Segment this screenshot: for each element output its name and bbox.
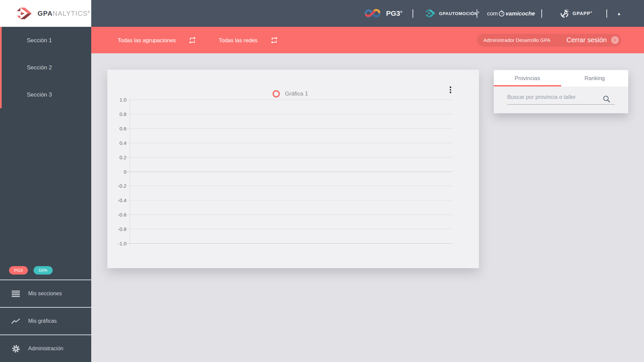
sidebar-item-seccion-2[interactable]: Sección 2	[2, 54, 91, 81]
search-input[interactable]	[507, 90, 615, 105]
badges-row: PG3 GPA	[0, 261, 91, 280]
header-collapse-control[interactable]: ▲	[617, 11, 621, 16]
sidebar-item-seccion-1[interactable]: Sección 1	[2, 27, 91, 54]
gridline	[126, 243, 453, 244]
chevron-up-icon[interactable]: ▲	[617, 11, 621, 16]
registered-mark: ®	[88, 10, 90, 14]
pg3-logo-text: PG3®	[386, 9, 402, 17]
kebab-menu-icon[interactable]	[448, 85, 453, 95]
sidebar-item-label: Sección 1	[27, 37, 52, 44]
gpapp-logo-text: GPAPP®	[573, 11, 592, 16]
kebab-dot	[450, 89, 451, 91]
gridline	[126, 229, 453, 229]
sidebar: GPANALYTICS® Sección 1 Sección 2 Sección…	[0, 0, 91, 362]
sidebar-item-mis-secciones[interactable]: Mis secciones	[0, 280, 91, 307]
gpautomocion-logo: GPAUTOMOCIÓN®	[425, 9, 480, 18]
gridline	[126, 128, 453, 129]
y-tick-label: 0.6	[119, 125, 126, 131]
panel-body	[494, 86, 628, 113]
filter-bar: Todas las agrupaciones Todas las redes A…	[91, 27, 644, 53]
gear-icon	[11, 345, 20, 353]
header-divider	[413, 9, 413, 18]
user-name: Administrador Desarrollo GPA	[483, 37, 550, 43]
chart-plot: 1.00.80.60.40.20-0.2-0.4-0.6-0.8-1.0	[130, 100, 453, 243]
gpautomocion-logo-text: GPAUTOMOCIÓN®	[439, 11, 480, 16]
header-divider	[606, 9, 607, 18]
comvamicoche-text-left: com	[487, 10, 498, 17]
pg3-badge[interactable]: PG3	[9, 266, 28, 275]
gridline	[126, 100, 453, 100]
sidebar-item-label: Administración	[28, 346, 63, 352]
chart-legend[interactable]: Gráfica 1	[273, 90, 308, 98]
y-tick-label: -0.6	[118, 212, 126, 218]
tab-provincias[interactable]: Provincias	[494, 70, 561, 86]
gridline	[126, 114, 453, 114]
user-session-pill: Administrador Desarrollo GPA Cerrar sesi…	[477, 34, 622, 47]
gridline	[126, 186, 453, 186]
comvamicoche-logo: com vamicoche	[487, 10, 535, 17]
sidebar-sections: Sección 1 Sección 2 Sección 3	[0, 27, 91, 108]
filter-agrupaciones[interactable]: Todas las agrupaciones	[118, 36, 197, 44]
kebab-dot	[450, 92, 451, 93]
tab-ranking[interactable]: Ranking	[561, 70, 629, 86]
gpapp-logo: GPAPP®	[560, 9, 592, 18]
app-logo: GPANALYTICS®	[0, 0, 91, 27]
y-tick-label: 0.8	[119, 111, 126, 117]
registered-mark: ®	[478, 11, 480, 13]
sidebar-item-label: Mis secciones	[28, 291, 62, 297]
y-tick-label: 0.2	[119, 154, 126, 160]
gpapp-wrench-icon	[560, 9, 570, 18]
panel-tabs: Provincias Ranking	[494, 70, 628, 86]
app-logo-text: GPANALYTICS®	[38, 10, 90, 17]
y-tick-label: -0.8	[118, 226, 126, 232]
logo-text-bold: GPA	[38, 10, 53, 17]
comvamicoche-text-right: vamicoche	[505, 10, 535, 17]
filter-label: Todas las agrupaciones	[118, 37, 176, 43]
y-tick-label: -0.2	[118, 183, 126, 189]
y-tick-label: 0	[124, 169, 126, 174]
gpautomocion-arrow-icon	[425, 9, 436, 18]
y-tick-label: 1.0	[119, 97, 126, 103]
registered-mark: ®	[400, 10, 402, 14]
stopwatch-icon	[498, 10, 505, 17]
gpanalytics-arrow-icon	[15, 6, 33, 21]
sidebar-item-label: Mis gráficas	[28, 318, 57, 324]
sidebar-item-seccion-3[interactable]: Sección 3	[2, 81, 91, 108]
logout-close-icon[interactable]: ×	[611, 36, 619, 44]
gridline	[126, 157, 453, 158]
repeat-icon	[188, 36, 197, 44]
search-icon[interactable]	[603, 95, 610, 104]
sidebar-item-mis-graficas[interactable]: Mis gráficas	[0, 307, 91, 335]
filter-redes[interactable]: Todas las redes	[219, 36, 278, 44]
filter-label: Todas las redes	[219, 37, 258, 43]
legend-label: Gráfica 1	[285, 90, 308, 97]
tab-label: Ranking	[584, 75, 605, 81]
logo-text-light: NALYTICS	[53, 10, 88, 17]
sidebar-bottom: PG3 GPA Mis secciones Mis gráficas	[0, 261, 91, 362]
gridline	[126, 215, 453, 215]
chart-card: Gráfica 1 1.00.80.60.40.20-0.2-0.4-0.6-0…	[107, 70, 479, 268]
gridline	[126, 143, 453, 143]
sidebar-item-administracion[interactable]: Administración	[0, 335, 91, 362]
y-tick-label: 0.4	[119, 140, 126, 145]
legend-ring-icon	[273, 90, 280, 98]
gridline	[126, 200, 453, 200]
line-chart-icon	[11, 318, 20, 324]
pg3-logo: PG3®	[364, 8, 402, 18]
pg3-infinity-icon	[364, 8, 383, 18]
tab-label: Provincias	[515, 75, 540, 81]
repeat-icon	[270, 36, 278, 44]
kebab-dot	[450, 86, 451, 88]
sidebar-item-label: Sección 2	[27, 64, 52, 71]
gpa-badge[interactable]: GPA	[34, 266, 53, 275]
y-tick-label: -1.0	[118, 241, 126, 246]
list-icon	[11, 291, 20, 297]
y-tick-label: -0.4	[118, 197, 126, 203]
registered-mark: ®	[590, 11, 592, 13]
side-panel: Provincias Ranking	[494, 70, 628, 113]
top-header: PG3® GPAUTOMOCIÓN® com vamicoche	[91, 0, 644, 27]
header-divider	[477, 9, 477, 18]
gridline	[126, 172, 453, 172]
sidebar-item-label: Sección 3	[27, 92, 52, 98]
logout-button[interactable]: Cerrar sesión	[567, 36, 607, 44]
